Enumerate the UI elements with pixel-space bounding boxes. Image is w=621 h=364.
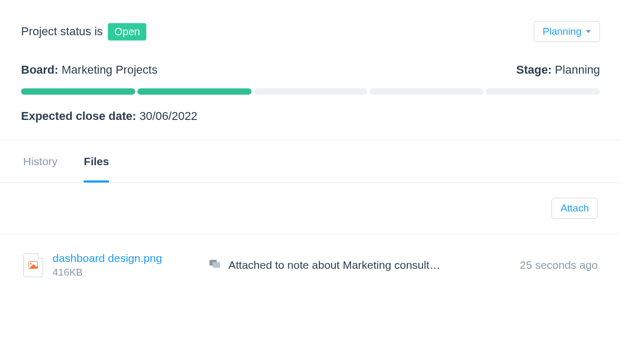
stage-label: Stage:	[516, 63, 552, 76]
progress-segment	[137, 88, 252, 95]
file-note: Attached to note about Marketing consult…	[209, 259, 500, 271]
progress-segment	[369, 88, 484, 95]
board-label: Board:	[21, 63, 58, 76]
status-row: Project status is Open Planning	[21, 21, 600, 42]
status-prefix: Project status is	[21, 25, 103, 38]
progress-bar	[21, 88, 600, 95]
file-name-link[interactable]: dashboard design.png	[53, 252, 200, 265]
stage-value: Planning	[555, 63, 600, 76]
close-date-label: Expected close date:	[21, 109, 136, 123]
chevron-down-icon	[586, 30, 591, 33]
file-size: 416KB	[53, 267, 200, 278]
tab-files[interactable]: Files	[84, 140, 109, 183]
progress-segment	[21, 88, 135, 95]
progress-segment	[254, 88, 368, 95]
close-date-value: 30/06/2022	[139, 109, 197, 123]
note-icon	[209, 259, 221, 271]
file-info: dashboard design.png 416KB	[53, 252, 200, 278]
image-file-icon	[23, 254, 43, 277]
stage-dropdown-label: Planning	[543, 26, 582, 37]
status-badge: Open	[108, 23, 146, 41]
board-value: Marketing Projects	[62, 63, 157, 76]
board-stage-row: Board: Marketing Projects Stage: Plannin…	[21, 63, 600, 77]
file-note-text: Attached to note about Marketing consult…	[228, 259, 440, 271]
attach-button[interactable]: Attach	[552, 198, 598, 219]
tab-history[interactable]: History	[23, 140, 57, 183]
progress-segment	[486, 88, 600, 95]
project-status: Project status is Open	[21, 23, 146, 41]
tabs-container: History Files	[0, 140, 621, 183]
expected-close-date: Expected close date: 30/06/2022	[21, 109, 600, 123]
board-info: Board: Marketing Projects	[21, 63, 157, 77]
file-timestamp: 25 seconds ago	[520, 259, 598, 271]
svg-rect-1	[213, 262, 220, 268]
stage-dropdown[interactable]: Planning	[534, 21, 600, 42]
stage-info: Stage: Planning	[516, 63, 600, 77]
attach-row: Attach	[0, 183, 621, 234]
file-row: dashboard design.png 416KB Attached to n…	[0, 234, 621, 296]
